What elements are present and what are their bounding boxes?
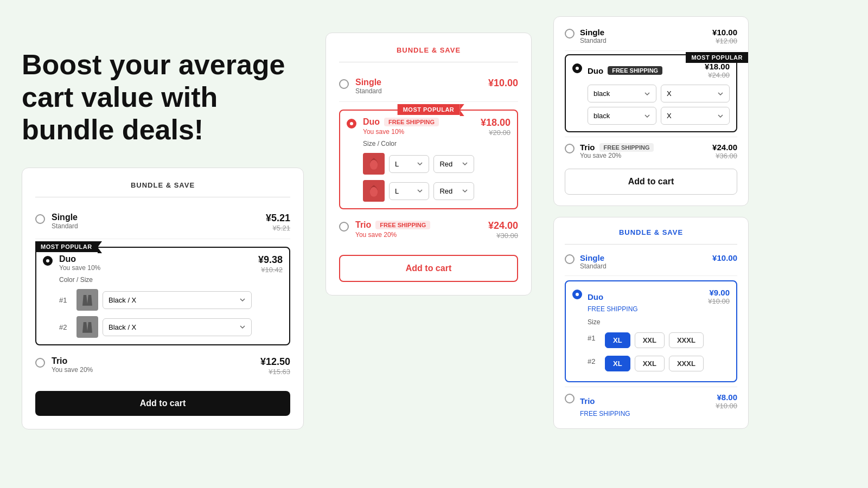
card4-duo-original: ¥10.00 [708, 297, 730, 305]
card3-single-original: ¥12.00 [716, 37, 737, 45]
card2-duo-name: Duo [363, 117, 380, 127]
card4-duo-name: Duo [588, 292, 603, 301]
card3-most-popular: MOST POPULAR [686, 52, 748, 63]
card1-single-name: Single [52, 213, 259, 222]
card4-trio-name: Trio [580, 396, 595, 406]
card2-size-color-label: Size / Color [363, 140, 474, 147]
card1-item2-dropdown[interactable]: Black / X Black / S Black / M Black / L [103, 318, 252, 336]
card3-add-to-cart[interactable]: Add to cart [565, 169, 737, 195]
card2-trio[interactable]: Trio FREE SHIPPING You save 20% ¥24.00 ¥… [339, 214, 518, 246]
card4-item2-xxxl[interactable]: XXXL [669, 356, 704, 371]
card3-duo-dropdowns: blackwhitenavy XSML blackwhitenavy XSML [588, 85, 730, 125]
bundle-card-1: BUNDLE & SAVE Single Standard ¥5.21 ¥5.2… [22, 168, 304, 429]
card4-item1-row: #1 XL XXL XXXL [588, 328, 730, 348]
card4-item1-xxl[interactable]: XXL [635, 332, 665, 348]
card2-item1-row: LSMXL RedBlackBlue [363, 153, 474, 175]
card4-item2-xxl[interactable]: XXL [635, 356, 665, 371]
card3-duo-box[interactable]: Duo FREE SHIPPING ¥18.00 ¥24.00 black [565, 54, 737, 132]
card2-item2-row: LSMXL RedBlackBlue [363, 180, 474, 202]
card1-single-info: Single Standard [52, 213, 259, 230]
card2-title: BUNDLE & SAVE [339, 46, 518, 62]
card4-item2-row: #2 XL XXL XXXL [588, 351, 730, 371]
card4-item2-sizes: XL XXL XXXL [605, 356, 704, 371]
card1-title: BUNDLE & SAVE [35, 181, 290, 197]
card3-single-sub: Standard [580, 37, 607, 45]
card4-item2-num: #2 [588, 357, 601, 365]
svg-rect-1 [78, 317, 97, 337]
right-column: Single ¥10.00 Standard ¥12.00 MOST POPUL… [553, 16, 749, 429]
card3-duo-radio[interactable] [572, 63, 582, 73]
card2-item1-size[interactable]: LSMXL [389, 155, 429, 173]
card2-single[interactable]: Single Standard ¥10.00 [339, 71, 518, 102]
card4-single-radio[interactable] [565, 254, 575, 264]
card3-duo-name: Duo [588, 66, 603, 75]
card1-duo-price: ¥9.38 [258, 254, 283, 266]
card1-trio-option[interactable]: Trio You save 20% ¥12.50 ¥15.63 [35, 350, 290, 382]
card2-duo-radio[interactable] [347, 119, 356, 129]
card4-trio-sub: FREE SHIPPING [580, 410, 737, 418]
card3-item1-size[interactable]: XSML [661, 85, 730, 102]
card4-trio-original: ¥10.00 [716, 402, 737, 410]
card3-item2-color[interactable]: blackwhitenavy [588, 107, 656, 125]
card4-single-sub: Standard [580, 262, 737, 270]
hero-title: Boost your average cart value with bundl… [22, 49, 304, 146]
card2-duo-box[interactable]: Duo FREE SHIPPING You save 10% Size / Co… [339, 110, 518, 209]
card1-trio-price: ¥12.50 [260, 356, 290, 368]
card3-item2-size[interactable]: XSML [661, 107, 730, 125]
card3-single-name: Single [580, 28, 604, 37]
card3-item1-color[interactable]: blackwhitenavy [588, 85, 656, 102]
card3-single-radio[interactable] [565, 29, 575, 38]
svg-rect-0 [78, 290, 97, 310]
card2-item2-thumb [363, 180, 385, 202]
card3-trio-radio[interactable] [565, 144, 575, 153]
card4-size-label: Size [588, 318, 730, 326]
card2-item1-color[interactable]: RedBlackBlue [433, 155, 474, 173]
card2-single-radio[interactable] [339, 79, 349, 89]
card1-item1-dropdown[interactable]: Black / X Black / S Black / M Black / L [103, 291, 252, 309]
bundle-card-2: BUNDLE & SAVE Single Standard ¥10.00 MOS… [326, 33, 532, 296]
card1-single-price-col: ¥5.21 ¥5.21 [266, 213, 290, 232]
card4-duo-box[interactable]: Duo ¥9.00 ¥10.00 FREE SHIPPING Size #1 X… [565, 280, 737, 382]
card4-item1-sizes: XL XXL XXXL [605, 332, 704, 348]
card4-single-name: Single [580, 253, 604, 262]
card1-single-radio[interactable] [35, 214, 45, 224]
card1-trio-original: ¥15.63 [260, 368, 290, 376]
card2-item2-size[interactable]: LSMXL [389, 182, 429, 200]
card1-single-option[interactable]: Single Standard ¥5.21 ¥5.21 [35, 206, 290, 239]
card1-item1-row: #1 Black / X Black / S Black / M Black /… [59, 289, 252, 311]
card1-single-original: ¥5.21 [266, 224, 290, 232]
card4-item1-num: #1 [588, 334, 601, 342]
card1-color-size-label: Color / Size [59, 276, 252, 284]
card1-add-to-cart[interactable]: Add to cart [35, 391, 290, 416]
card2-trio-original: ¥30.00 [488, 232, 518, 240]
card4-item1-xxxl[interactable]: XXXL [669, 332, 704, 348]
card2-item2-color[interactable]: RedBlackBlue [433, 182, 474, 200]
card2-single-price: ¥10.00 [488, 78, 518, 89]
card4-trio-radio[interactable] [565, 394, 575, 403]
card4-duo-radio[interactable] [572, 290, 582, 299]
card1-trio-radio[interactable] [35, 358, 45, 368]
card2-single-name: Single [355, 78, 482, 87]
card1-duo-radio[interactable] [43, 256, 53, 266]
card1-duo-info: Duo You save 10% Color / Size #1 Black /… [59, 254, 252, 338]
card4-item1-xl[interactable]: XL [605, 332, 630, 348]
mid-column: BUNDLE & SAVE Single Standard ¥10.00 MOS… [326, 16, 532, 296]
card1-item2-num: #2 [59, 323, 72, 331]
card1-duo-name: Duo [59, 254, 252, 264]
card3-duo-original: ¥24.00 [705, 71, 730, 79]
card2-add-to-cart[interactable]: Add to cart [339, 255, 518, 282]
card2-duo-original: ¥20.00 [481, 129, 510, 137]
card4-item2-xl[interactable]: XL [605, 356, 630, 371]
card1-most-popular-badge: MOST POPULAR [35, 241, 98, 252]
bundle-card-4: BUNDLE & SAVE Single ¥10.00 Standard Duo [553, 217, 749, 429]
card2-trio-sub: You save 20% [355, 231, 482, 239]
card1-trio-price-col: ¥12.50 ¥15.63 [260, 356, 290, 376]
card1-single-price: ¥5.21 [266, 213, 290, 224]
card4-duo-sub: FREE SHIPPING [588, 305, 730, 313]
card2-item1-thumb [363, 153, 385, 175]
card1-item2-thumb [76, 316, 98, 338]
card1-duo-box[interactable]: Duo You save 10% Color / Size #1 Black /… [35, 247, 290, 345]
card2-trio-price: ¥24.00 [488, 220, 518, 232]
card2-trio-radio[interactable] [339, 222, 349, 232]
bundle-card-3: Single ¥10.00 Standard ¥12.00 MOST POPUL… [553, 16, 749, 206]
